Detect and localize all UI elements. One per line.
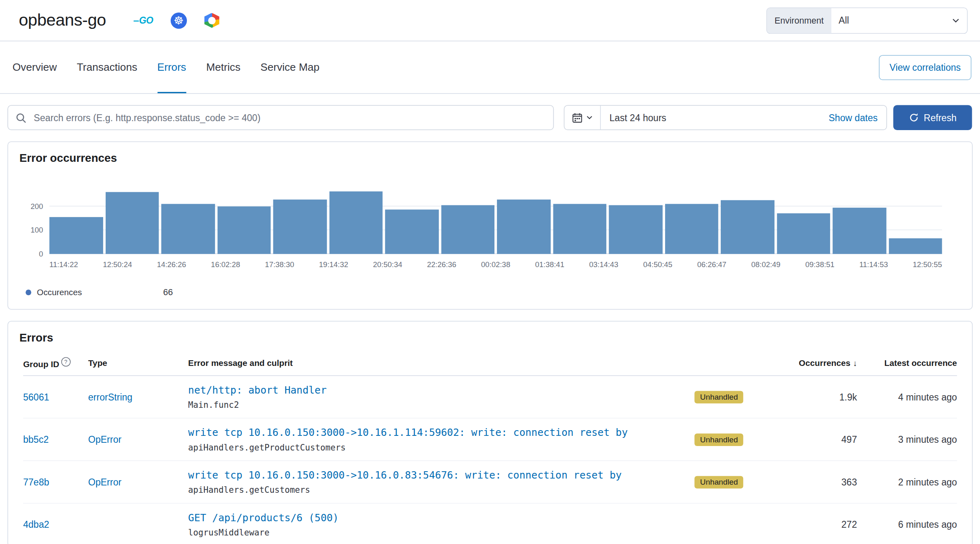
errors-table-panel: Errors Group ID? Type Error message and …	[7, 321, 972, 544]
environment-label: Environment	[767, 8, 831, 33]
service-header: opbeans-go GO ☸ Environment All	[0, 0, 980, 41]
occurrences-bar[interactable]	[50, 217, 103, 254]
tab-overview[interactable]: Overview	[13, 41, 57, 94]
error-group-id-link[interactable]: bb5c2	[23, 434, 49, 444]
occurrences-bar[interactable]	[329, 191, 383, 254]
help-icon[interactable]: ?	[61, 357, 70, 366]
view-correlations-button[interactable]: View correlations	[879, 55, 971, 80]
occurrences-bar[interactable]	[833, 208, 886, 254]
calendar-dropdown-button[interactable]	[564, 106, 601, 129]
kubernetes-icon: ☸	[171, 12, 187, 28]
chevron-down-icon	[952, 17, 959, 24]
occurrences-value: 1.9k	[770, 392, 857, 402]
x-axis-label: 22:26:36	[427, 260, 456, 269]
x-axis-label: 08:02:49	[751, 260, 781, 269]
error-message-link[interactable]: GET /api/products/6 (500)	[188, 511, 629, 523]
refresh-button[interactable]: Refresh	[893, 105, 972, 130]
tab-transactions[interactable]: Transactions	[77, 41, 137, 94]
x-axis-label: 12:50:24	[103, 260, 132, 269]
error-group-id-link[interactable]: 77e8b	[23, 477, 49, 487]
x-axis-label: 01:38:41	[535, 260, 564, 269]
x-axis-label: 09:38:51	[805, 260, 835, 269]
calendar-icon	[572, 112, 583, 123]
occurrences-bar[interactable]	[217, 207, 271, 254]
x-axis-label: 19:14:32	[319, 260, 348, 269]
x-axis-label: 06:26:47	[697, 260, 726, 269]
error-message-link[interactable]: write tcp 10.16.0.150:3000->10.16.0.83:5…	[188, 469, 629, 481]
occurrences-value: 363	[770, 477, 857, 487]
unhandled-badge: Unhandled	[694, 391, 744, 403]
service-title: opbeans-go	[19, 11, 106, 30]
service-tabs-nav: OverviewTransactionsErrorsMetricsService…	[0, 41, 980, 94]
y-axis-label: 0	[39, 250, 43, 259]
x-axis-labels: 11:14:2212:50:2414:26:2616:02:2817:38:30…	[50, 260, 942, 269]
error-type-link[interactable]: OpError	[88, 434, 121, 444]
error-culprit: apiHandlers.getCustomers	[188, 485, 694, 495]
show-dates-link[interactable]: Show dates	[828, 112, 878, 123]
latest-occurrence-value: 3 minutes ago	[857, 434, 957, 445]
occurrences-bar[interactable]	[665, 204, 718, 254]
occurrences-bar[interactable]	[441, 205, 494, 254]
occurrences-bar[interactable]	[553, 204, 607, 254]
error-message-link[interactable]: net/http: abort Handler	[188, 384, 629, 396]
y-axis-label: 200	[30, 202, 43, 211]
occurrences-bar[interactable]	[105, 192, 159, 254]
tab-metrics[interactable]: Metrics	[206, 41, 240, 94]
chevron-down-icon	[586, 115, 592, 121]
tab-service-map[interactable]: Service Map	[260, 41, 319, 94]
environment-select[interactable]: Environment All	[766, 7, 967, 34]
error-culprit: apiHandlers.getProductCustomers	[188, 442, 694, 453]
occurrences-bar[interactable]	[497, 200, 551, 254]
error-group-id-link[interactable]: 4dba2	[23, 519, 49, 529]
occurrences-bar[interactable]	[777, 213, 830, 254]
x-axis-label: 16:02:28	[211, 260, 240, 269]
column-error-message: Error message and culprit	[188, 359, 694, 368]
chart-title: Error occurrences	[20, 152, 961, 165]
latest-occurrence-value: 2 minutes ago	[857, 477, 957, 487]
error-type-link[interactable]: errorString	[88, 391, 132, 402]
apm-errors-page: opbeans-go GO ☸ Environment All Overview…	[0, 0, 980, 544]
occurrences-bar[interactable]	[161, 204, 215, 254]
occurrences-bar[interactable]	[721, 200, 774, 254]
occurrences-value: 272	[770, 519, 857, 530]
date-picker: Last 24 hours Show dates	[564, 105, 887, 130]
legend-value: 66	[163, 287, 173, 297]
search-input[interactable]	[33, 112, 546, 124]
tab-errors[interactable]: Errors	[157, 41, 186, 94]
occurrences-bar[interactable]	[385, 209, 439, 254]
error-culprit: logrusMiddleware	[188, 527, 694, 537]
errors-table: Group ID? Type Error message and culprit…	[23, 353, 957, 544]
occurrences-bar[interactable]	[889, 238, 942, 254]
table-header-row: Group ID? Type Error message and culprit…	[23, 353, 957, 376]
chart-legend[interactable]: Occurences 66	[26, 287, 961, 298]
x-axis-label: 12:50:55	[913, 260, 942, 269]
tabs: OverviewTransactionsErrorsMetricsService…	[13, 41, 320, 94]
query-bar: Last 24 hours Show dates Refresh	[0, 94, 980, 130]
column-occurrences-sort[interactable]: Occurrences↓	[770, 359, 857, 368]
unhandled-badge: Unhandled	[694, 476, 744, 488]
error-group-id-link[interactable]: 56061	[23, 391, 49, 402]
error-table-row: bb5c2 OpError write tcp 10.16.0.150:3000…	[23, 418, 957, 461]
occurrences-bar-chart: 0100200	[50, 180, 942, 254]
sort-desc-icon: ↓	[853, 359, 857, 368]
x-axis-label: 11:14:53	[859, 260, 888, 269]
unhandled-badge: Unhandled	[694, 433, 744, 446]
occurrences-bar[interactable]	[273, 200, 327, 254]
error-type-link[interactable]: OpError	[88, 477, 121, 487]
error-occurrences-panel: Error occurrences 0100200 11:14:2212:50:…	[7, 141, 972, 310]
x-axis-label: 00:02:38	[481, 260, 510, 269]
refresh-icon	[909, 113, 919, 123]
x-axis-label: 03:14:43	[589, 260, 618, 269]
column-type: Type	[88, 359, 188, 368]
latest-occurrence-value: 4 minutes ago	[857, 392, 957, 402]
y-axis-label: 100	[30, 226, 43, 235]
latest-occurrence-value: 6 minutes ago	[857, 519, 957, 530]
error-table-row: 4dba2 GET /api/products/6 (500) logrusMi…	[23, 503, 957, 544]
refresh-label: Refresh	[924, 112, 956, 123]
error-culprit: Main.func2	[188, 400, 694, 410]
occurrences-bar[interactable]	[609, 205, 662, 254]
x-axis-label: 20:50:34	[373, 260, 402, 269]
time-range-value[interactable]: Last 24 hours	[609, 112, 828, 123]
error-message-link[interactable]: write tcp 10.16.0.150:3000->10.16.1.114:…	[188, 426, 629, 438]
x-axis-label: 17:38:30	[265, 260, 294, 269]
